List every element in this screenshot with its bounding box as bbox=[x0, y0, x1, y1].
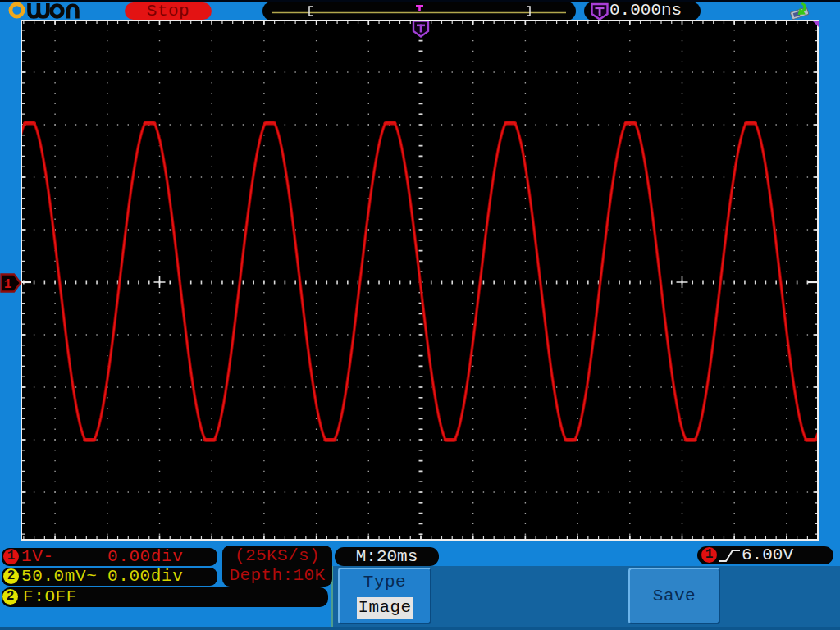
svg-text:1: 1 bbox=[4, 277, 12, 292]
